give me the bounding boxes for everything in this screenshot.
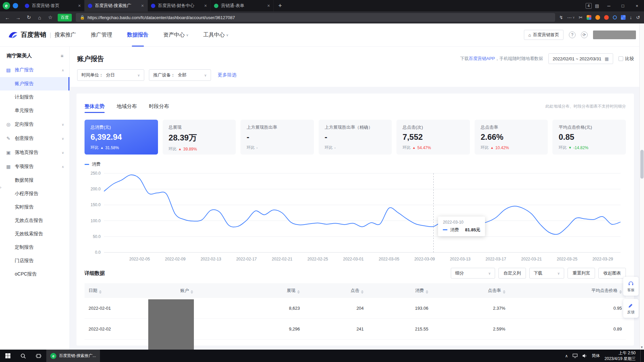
tab-close-icon[interactable]: × <box>78 3 81 8</box>
sidebar-item[interactable]: 门店报告 <box>0 254 69 267</box>
back-icon[interactable]: ← <box>4 15 11 20</box>
home-icon[interactable]: ⌂ <box>36 15 43 20</box>
display-icon[interactable] <box>573 354 578 358</box>
start-button[interactable] <box>0 350 15 362</box>
scrollbar-down-arrow[interactable]: ▼ <box>640 346 644 349</box>
sidebar-item[interactable]: 单元报告 <box>0 104 69 117</box>
column-header[interactable]: 日期 <box>85 283 176 298</box>
compare-control[interactable]: 比较 <box>619 56 634 62</box>
column-header[interactable]: 点击 <box>304 283 368 298</box>
metric-card[interactable]: 上方展现胜出率（精确）-环比- <box>319 120 392 155</box>
view-tab[interactable]: 地域分布 <box>117 100 137 113</box>
apps-grid-icon[interactable] <box>587 15 591 20</box>
time-unit-select[interactable]: 时间单位： 分日 ∨ <box>77 69 144 81</box>
column-header[interactable]: 展现 <box>240 283 304 298</box>
sidebar-expand-handle[interactable]: › <box>0 185 1 190</box>
marketing-home-button[interactable]: ⌂ 百度营销首页 <box>524 30 564 40</box>
chart-legend[interactable]: 消费 <box>85 161 626 167</box>
compare-checkbox[interactable] <box>619 56 623 61</box>
column-header[interactable]: 平均点击价格 <box>509 283 626 298</box>
sidebar-item[interactable]: 计划报告 <box>0 90 69 104</box>
column-header[interactable]: 点击率 <box>432 283 509 298</box>
sort-icon[interactable] <box>297 290 300 294</box>
switch-account-icon[interactable]: ⟳ <box>581 32 588 38</box>
sidebar-item[interactable]: 实时报告 <box>0 200 69 214</box>
sidebar-item[interactable]: 无效线索报告 <box>0 227 69 241</box>
more-filters-link[interactable]: 更多筛选 <box>218 72 236 78</box>
screenshot-scissors-icon[interactable]: ✂ <box>579 15 583 20</box>
sort-icon[interactable] <box>503 290 505 294</box>
reset-column-width-button[interactable]: 重置列宽 <box>568 268 595 279</box>
forward-icon[interactable]: → <box>15 15 21 20</box>
column-header[interactable]: 消费 <box>368 283 432 298</box>
side-panel-icon[interactable]: ▤ <box>595 3 599 8</box>
maximize-button[interactable]: □ <box>616 0 630 11</box>
browser-tab[interactable]: 百度营销-财务中心× <box>148 0 211 11</box>
view-tab[interactable]: 整体走势 <box>85 100 105 113</box>
feedback-button[interactable]: 反馈 <box>623 299 639 318</box>
extension-icon[interactable] <box>604 15 609 20</box>
task-view-button[interactable] <box>31 350 46 362</box>
user-account-censored[interactable] <box>593 31 636 39</box>
sidebar-group[interactable]: ◎定向报告∨ <box>0 117 69 131</box>
tab-close-icon[interactable]: × <box>204 3 207 8</box>
metric-card[interactable]: 总消费(元)6,392.94环比▲31.58% <box>85 120 158 155</box>
sort-icon[interactable] <box>619 290 622 294</box>
tab-close-icon[interactable]: × <box>141 3 144 8</box>
new-tab-button[interactable]: + <box>275 1 285 11</box>
scrollbar-thumb[interactable] <box>640 150 644 179</box>
taskbar-app-browser[interactable]: e 百度营销-搜索推广... <box>46 350 100 362</box>
taskbar-clock[interactable]: 上午 2:50 2023/4/19 星期三 <box>604 350 636 361</box>
sidebar-item[interactable]: 无效点击报告 <box>0 214 69 227</box>
hidden-icons-chevron[interactable]: ∧ <box>565 354 568 358</box>
address-bar[interactable]: 🔒 https://fengchao.baidu.com/fc/datacent… <box>76 13 555 22</box>
download-select[interactable]: 下载 ∨ <box>529 268 564 279</box>
app-promo-link[interactable]: 百度营销APP <box>469 56 495 61</box>
metric-card[interactable]: 总展现28.39万环比▲39.89% <box>163 120 236 155</box>
metric-card[interactable]: 总点击(次)7,552环比▲54.47% <box>396 120 470 155</box>
sidebar-group[interactable]: ▣落地页报告∨ <box>0 145 69 160</box>
show-desktop-button[interactable] <box>640 350 642 362</box>
sidebar-group[interactable]: ✎创意报告∨ <box>0 131 69 145</box>
sort-icon[interactable] <box>99 290 102 294</box>
collapse-chart-button[interactable]: 收起图表 <box>598 268 626 279</box>
reload-icon[interactable]: ↻ <box>25 14 32 20</box>
sort-icon[interactable] <box>361 290 364 294</box>
speaker-icon[interactable] <box>582 354 587 358</box>
custom-columns-button[interactable]: 自定义列 <box>498 268 526 279</box>
pinned-tab-icon[interactable] <box>13 3 18 8</box>
column-header[interactable]: 账户 <box>176 283 240 298</box>
customer-service-button[interactable]: 客服 <box>623 277 639 296</box>
sidebar-collapse-icon[interactable]: ≡ <box>61 53 63 59</box>
nav-item[interactable]: 资产中心∨ <box>163 23 189 47</box>
browser-logo-icon[interactable]: e <box>3 2 10 9</box>
consumption-line-chart[interactable]: 0.050.0100.0150.0200.0250.02022-02-05202… <box>85 169 626 262</box>
download-count-badge[interactable]: 4 <box>586 3 592 9</box>
lightning-icon[interactable]: ↯ <box>559 15 563 20</box>
bookmark-star-icon[interactable]: ☆ <box>47 14 54 20</box>
help-icon[interactable]: ? <box>569 32 576 38</box>
sort-icon[interactable] <box>426 290 428 294</box>
launcher-grid-icon[interactable] <box>621 15 626 20</box>
date-range-picker[interactable]: 2022/02/01 ~ 2022/03/31 ▦ <box>548 53 613 64</box>
metric-card[interactable]: 总点击率2.66%环比▲10.42% <box>475 120 548 155</box>
browser-tab[interactable]: 百度营销-搜索推广× <box>85 0 148 11</box>
taskbar-search-button[interactable] <box>15 350 31 362</box>
more-options-icon[interactable]: ⋯∨ <box>567 15 575 20</box>
sidebar-item[interactable]: 定制报告 <box>0 241 69 254</box>
view-tab[interactable]: 时段分布 <box>149 100 169 113</box>
metric-card[interactable]: 上方展现胜出率-环比- <box>240 120 314 155</box>
sidebar-item[interactable]: 账户报告 <box>0 77 69 90</box>
page-scrollbar[interactable]: ▼ <box>639 23 644 350</box>
close-button[interactable]: × <box>630 0 644 11</box>
sidebar-item[interactable]: oCPC报告 <box>0 267 69 281</box>
security-shield-icon[interactable] <box>595 15 600 20</box>
undo-icon[interactable]: ↺ <box>636 15 640 20</box>
ime-indicator[interactable]: 简体 <box>592 353 600 359</box>
metric-card[interactable]: 平均点击价格(元)0.85环比▼-14.82% <box>552 120 626 155</box>
sidebar-item[interactable]: 小程序报告 <box>0 187 69 200</box>
nav-item[interactable]: 数据报告 <box>127 23 149 47</box>
segment-select[interactable]: 细分 ∨ <box>451 268 495 279</box>
sidebar-group[interactable]: ▤推广报告∧ <box>0 63 69 77</box>
sidebar-group[interactable]: ▦专项报告∧ <box>0 160 69 174</box>
